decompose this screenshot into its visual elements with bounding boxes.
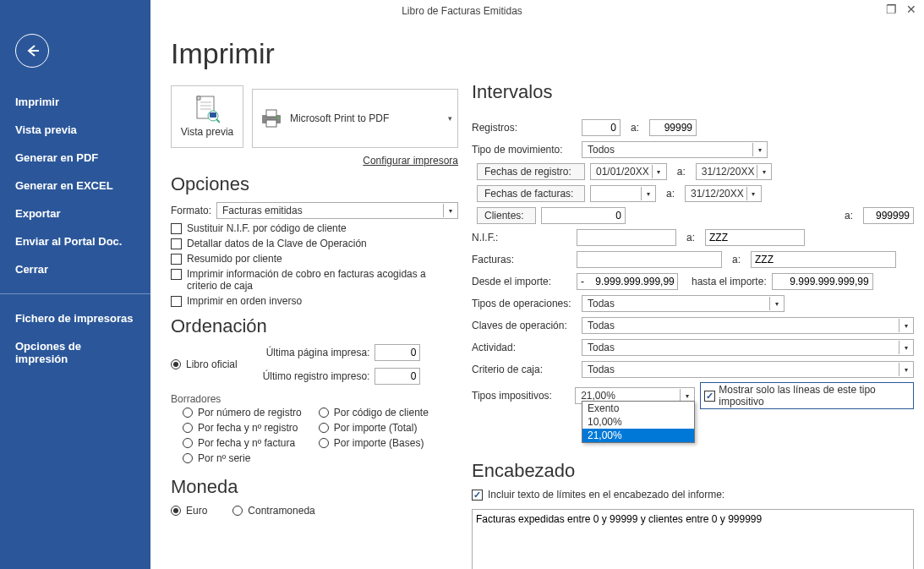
sidebar-item-excel[interactable]: Generar en EXCEL [0,172,150,200]
radio-contramoneda[interactable]: Contramoneda [232,505,314,517]
sidebar-item-pdf[interactable]: Generar en PDF [0,144,150,172]
sidebar-item-opciones-impresion[interactable]: Opciones de impresión [0,332,150,373]
tipos-imp-option-exento[interactable]: Exento [582,402,694,415]
radio-num-serie[interactable]: Por nº serie [183,452,302,464]
chk-cobro-caja[interactable]: Imprimir información de cobro en factura… [171,268,458,292]
radio-fecha-registro[interactable]: Por fecha y nº registro [183,422,302,434]
last-page-input[interactable] [375,344,420,361]
claves-op-label: Claves de operación: [472,320,577,331]
chevron-down-icon: ▾ [899,363,912,376]
chk-solo-lineas-tipo[interactable]: Mostrar solo las líneas de este tipo imp… [700,382,914,409]
back-button[interactable] [15,34,49,68]
window-restore-button[interactable]: ❐ [885,3,897,15]
radio-euro[interactable]: Euro [171,505,207,517]
printer-icon [260,108,283,129]
radio-codigo-cliente[interactable]: Por código de cliente [319,407,429,419]
window-title: Libro de Facturas Emitidas [402,5,522,17]
chevron-down-icon: ▾ [448,114,452,123]
radio-importe-bases[interactable]: Por importe (Bases) [319,437,429,449]
svg-line-5 [216,119,220,123]
chk-orden-inverso[interactable]: Imprimir en orden inverso [171,295,458,307]
a-label: a: [631,122,639,134]
nif-from-input[interactable] [577,229,676,246]
criterio-caja-select[interactable]: Todas▾ [582,361,914,378]
svg-point-10 [277,117,280,119]
chevron-down-icon: ▾ [769,297,783,310]
fechas-facturas-from[interactable]: ▾ [590,185,656,202]
chk-clave-op[interactable]: Detallar datos de la Clave de Operación [171,238,458,249]
radio-icon [171,359,181,369]
criterio-caja-label: Criterio de caja: [472,364,577,375]
facturas-to-input[interactable] [751,251,896,268]
checkbox-icon [171,254,182,265]
desde-importe-label: Desde el importe: [472,276,571,287]
clientes-button[interactable]: Clientes: [477,207,536,224]
radio-num-registro[interactable]: Por número de registro [183,407,302,419]
sidebar-item-exportar[interactable]: Exportar [0,200,150,227]
sidebar-separator [0,293,150,294]
radio-icon [183,438,193,448]
chk-incluir-limites[interactable]: Incluir texto de límites en el encabezad… [472,489,914,501]
header-text-area[interactable] [472,509,914,569]
sidebar-item-vista-previa[interactable]: Vista previa [0,116,150,144]
claves-op-select[interactable]: Todas▾ [582,317,914,334]
hasta-importe-input[interactable] [772,273,873,290]
registros-to-input[interactable] [649,119,697,136]
radio-fecha-factura[interactable]: Por fecha y nº factura [183,437,302,449]
page-title: Imprimir [171,37,458,70]
facturas-from-input[interactable] [577,251,722,268]
tipos-op-select[interactable]: Todas▾ [582,295,785,312]
fechas-facturas-to[interactable]: 31/12/20XX▾ [685,185,762,202]
tipos-imp-option-21[interactable]: 21,00% [582,429,694,442]
options-heading: Opciones [171,173,458,195]
tipos-imp-dropdown[interactable]: Exento 10,00% 21,00% [582,401,695,443]
window-close-button[interactable]: ✕ [905,3,917,15]
currency-heading: Moneda [171,476,458,498]
fechas-facturas-button[interactable]: Fechas de facturas: [477,185,585,202]
radio-libro-oficial[interactable]: Libro oficial [171,358,238,370]
radio-icon [319,423,329,433]
ranges-heading: Intervalos [472,81,914,103]
checkbox-icon [171,296,182,307]
actividad-label: Actividad: [472,342,577,353]
radio-importe-total[interactable]: Por importe (Total) [319,422,429,434]
checkbox-icon [472,490,483,501]
nif-to-input[interactable] [705,229,805,246]
radio-icon [183,408,193,418]
actividad-select[interactable]: Todas▾ [582,339,914,356]
svg-rect-9 [266,120,276,127]
sidebar-item-imprimir[interactable]: Imprimir [0,88,150,116]
clientes-to-input[interactable] [863,207,914,224]
fechas-registro-from[interactable]: 01/01/20XX▾ [590,163,667,180]
header-heading: Encabezado [472,460,914,482]
configure-printer-link[interactable]: Configurar impresora [171,155,458,167]
chevron-down-icon: ▾ [899,319,912,332]
chk-resumido[interactable]: Resumido por cliente [171,253,458,265]
nif-label: N.I.F.: [472,232,571,243]
chevron-down-icon: ▾ [757,165,770,178]
preview-button[interactable]: Vista previa [171,85,243,148]
checkbox-icon [704,391,715,402]
tipo-mov-select[interactable]: Todos▾ [582,141,768,158]
printer-name: Microsoft Print to PDF [290,112,389,124]
a-label: a: [732,254,741,265]
printer-select[interactable]: Microsoft Print to PDF ▾ [252,89,458,148]
sidebar-item-fichero-impresoras[interactable]: Fichero de impresoras [0,304,150,332]
checkbox-icon [171,269,182,280]
a-label: a: [686,232,695,243]
checkbox-icon [171,238,182,249]
sidebar-item-portal[interactable]: Enviar al Portal Doc. [0,227,150,255]
desde-importe-input[interactable] [577,273,678,290]
format-select[interactable]: Facturas emitidas ▾ [216,202,458,219]
sidebar-item-cerrar[interactable]: Cerrar [0,255,150,283]
last-record-input[interactable] [375,368,420,385]
svg-rect-8 [266,110,276,117]
registros-from-input[interactable] [582,119,621,136]
fechas-registro-button[interactable]: Fechas de registro: [477,163,585,180]
chk-nif[interactable]: Sustituir N.I.F. por código de cliente [171,222,458,234]
a-label: a: [677,166,686,178]
chevron-down-icon: ▾ [652,165,665,178]
tipos-imp-option-10[interactable]: 10,00% [582,415,694,429]
fechas-registro-to[interactable]: 31/12/20XX▾ [696,163,773,180]
clientes-from-input[interactable] [541,207,626,224]
